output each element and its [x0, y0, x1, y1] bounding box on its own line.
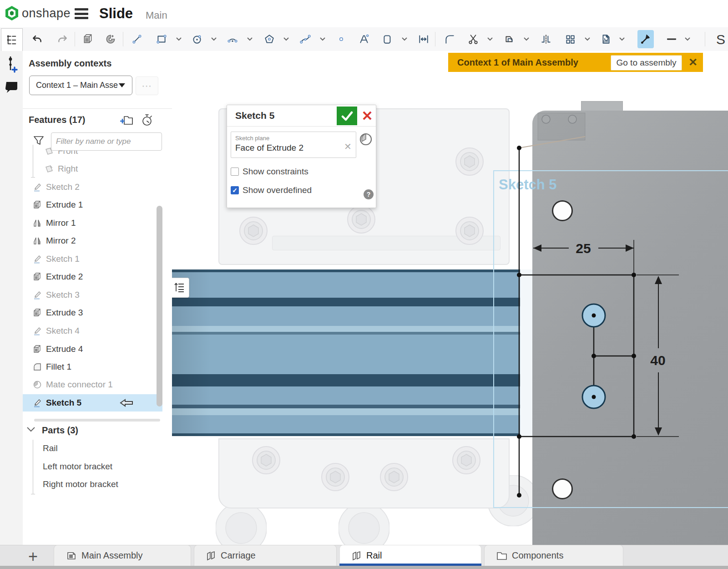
feature-item-sketch-3[interactable]: Sketch 3: [23, 286, 162, 304]
feature-item-mate-connector-1[interactable]: Mate connector 1: [23, 376, 162, 393]
banner-close-icon[interactable]: ✕: [688, 56, 698, 69]
slot-tool-icon: [382, 34, 393, 45]
bracket-hole[interactable]: [552, 200, 573, 221]
main-menu-button[interactable]: [75, 8, 88, 19]
feature-item-extrude-2[interactable]: Extrude 2: [23, 268, 162, 285]
rectangle-tool-dropdown[interactable]: [175, 34, 182, 45]
mate-connector-dialog-icon[interactable]: [359, 132, 373, 146]
feature-item-extrude-4[interactable]: Extrude 4: [23, 340, 162, 358]
canvas-context-menu-button[interactable]: [172, 278, 189, 298]
line-tool-icon: [131, 34, 142, 45]
part-item-left-motor-bracket[interactable]: Left motor bracket: [23, 457, 162, 476]
parts-collapse-chevron[interactable]: [26, 426, 35, 432]
spline-tool-button[interactable]: [297, 30, 313, 48]
construction-line-dropdown[interactable]: [684, 34, 691, 45]
arc-tool-button[interactable]: [224, 30, 241, 48]
mirror-tool-button[interactable]: [538, 30, 554, 48]
part-label: Right motor bracket: [43, 479, 118, 489]
part-studio-icon: [352, 551, 362, 561]
import-dxf-dropdown[interactable]: [618, 34, 626, 45]
tab-carriage[interactable]: Carriage: [194, 545, 337, 566]
trim-tool-dropdown[interactable]: [486, 34, 494, 45]
arc-tool-dropdown[interactable]: [246, 34, 253, 45]
feature-item-extrude-3[interactable]: Extrude 3: [23, 304, 162, 321]
tab-main-assembly[interactable]: Main Assembly: [54, 545, 191, 566]
offset-tool-button[interactable]: [501, 30, 518, 48]
sketch-plane-field[interactable]: Sketch plane Face of Extrude 2 ✕: [231, 132, 356, 158]
feature-item-extrude-1[interactable]: Extrude 1: [23, 196, 162, 213]
feature-tree-toggle-button[interactable]: [1, 28, 23, 52]
polygon-tool-button[interactable]: [261, 30, 278, 48]
document-title[interactable]: Slide: [99, 5, 133, 22]
pattern-tool-button[interactable]: [562, 30, 578, 48]
show-constraints-checkbox[interactable]: [231, 168, 239, 176]
sketch-icon: [33, 326, 42, 335]
feature-item-sketch-2[interactable]: Sketch 2: [23, 178, 162, 196]
screw-icon: [455, 147, 484, 176]
assembly-contexts-title: Assembly contexts: [29, 58, 111, 69]
slot-tool-dropdown[interactable]: [401, 34, 408, 45]
add-folder-button[interactable]: [120, 115, 133, 126]
redo-button[interactable]: [54, 30, 71, 48]
point-tool-button[interactable]: [333, 30, 349, 48]
rollback-history-button[interactable]: [141, 114, 153, 127]
assembly-context-overflow-button[interactable]: ⋯: [136, 76, 158, 95]
go-to-assembly-button[interactable]: Go to assembly: [611, 55, 682, 71]
title-bar: onshape Slide Main: [0, 0, 728, 27]
feature-item-mirror-1[interactable]: Mirror 1: [23, 214, 162, 232]
feature-item-sketch-4[interactable]: Sketch 4: [23, 322, 162, 340]
revolve-tool-button[interactable]: [102, 30, 119, 48]
feature-item-mirror-2[interactable]: Mirror 2: [23, 232, 162, 249]
import-dxf-button[interactable]: DXF: [598, 30, 614, 48]
folder-plus-icon: [120, 115, 133, 126]
circle-tool-button[interactable]: [189, 30, 205, 48]
part-item-rail[interactable]: Rail: [23, 439, 162, 457]
extrude-tool-button[interactable]: [80, 30, 96, 48]
dimension-25-label[interactable]: 25: [576, 241, 591, 256]
filter-input[interactable]: [51, 132, 162, 151]
cancel-button[interactable]: ✕: [360, 107, 374, 125]
fillet-tool-button[interactable]: [441, 30, 458, 48]
text-tool-button[interactable]: [356, 30, 372, 48]
offset-tool-dropdown[interactable]: [523, 34, 530, 45]
new-tab-button[interactable]: +: [28, 547, 38, 566]
feature-item-fillet-1[interactable]: Fillet 1: [23, 358, 162, 376]
workspace-name[interactable]: Main: [146, 10, 167, 21]
tab-components[interactable]: Components: [484, 545, 623, 566]
confirm-button[interactable]: [337, 107, 357, 125]
spline-tool-dropdown[interactable]: [319, 34, 326, 45]
panel-divider: [23, 108, 172, 109]
feature-item-sketch-5-selected[interactable]: Sketch 5: [23, 394, 162, 412]
bracket-hole[interactable]: [552, 478, 573, 499]
pattern-tool-dropdown[interactable]: [584, 34, 591, 45]
line-tool-button[interactable]: [129, 30, 145, 48]
slot-tool-button[interactable]: [379, 30, 396, 48]
rail-part[interactable]: [172, 269, 520, 436]
rectangle-tool-button[interactable]: [153, 30, 170, 48]
redo-icon: [57, 34, 68, 45]
feature-list-hscrollbar[interactable]: [34, 419, 160, 422]
dimension-tool-button[interactable]: [415, 30, 432, 48]
feature-item-sketch-1[interactable]: Sketch 1: [23, 250, 162, 268]
show-overdefined-checkbox[interactable]: ✓: [231, 186, 239, 194]
sketch-circle[interactable]: [582, 304, 605, 327]
circle-tool-dropdown[interactable]: [210, 34, 217, 45]
comment-strip-button[interactable]: [5, 79, 19, 94]
feature-list-scrollbar[interactable]: [157, 206, 162, 406]
polygon-tool-dropdown[interactable]: [283, 34, 290, 45]
part-item-right-motor-bracket[interactable]: Right motor bracket: [23, 475, 162, 493]
trim-tool-button[interactable]: [465, 30, 481, 48]
sketch-circle[interactable]: [582, 386, 605, 408]
undo-button[interactable]: [29, 30, 46, 48]
dialog-title-bar[interactable]: Sketch 5 ✕: [227, 105, 376, 127]
tab-rail-active[interactable]: Rail: [339, 545, 481, 566]
mate-connector-strip-button[interactable]: [5, 56, 18, 73]
measure-tool-button-active[interactable]: [637, 30, 654, 48]
clear-selection-icon[interactable]: ✕: [344, 141, 352, 152]
construction-line-button[interactable]: [663, 30, 680, 48]
dimension-40-label[interactable]: 40: [650, 353, 665, 368]
help-icon[interactable]: ?: [364, 189, 374, 199]
rollback-arrow-icon[interactable]: [119, 399, 134, 407]
assembly-context-dropdown[interactable]: Context 1 – Main Asse: [29, 76, 132, 95]
feature-item-right[interactable]: Right: [23, 160, 162, 178]
